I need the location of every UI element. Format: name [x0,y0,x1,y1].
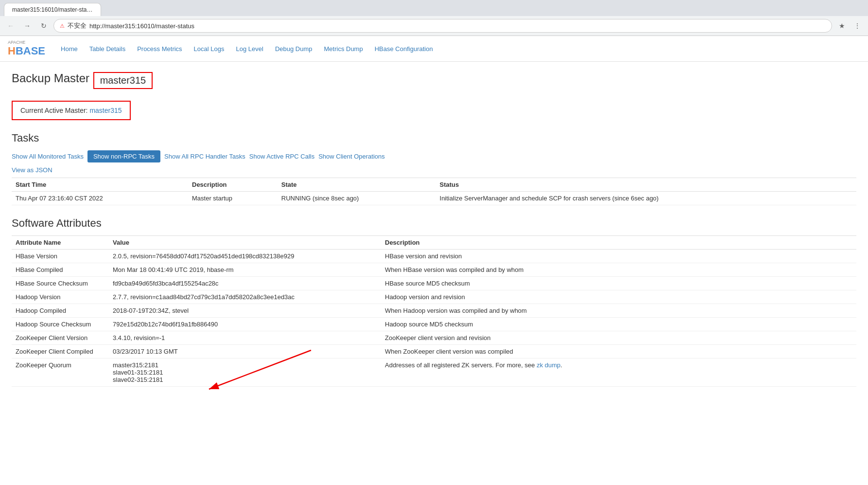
browser-tabs: master315:16010/master-status [0,0,868,16]
attr-name-1: HBase Compiled [12,263,109,277]
attr-value-8: master315:2181 slave01-315:2181 slave02-… [109,359,381,387]
software-attrs-table-head: Attribute Name Value Description [12,236,856,250]
software-attrs-header-row: Attribute Name Value Description [12,236,856,250]
back-button[interactable]: ← [4,19,17,33]
attr-value-2: fd9cba949d65fd3bca4df155254ac28c [109,277,381,290]
hbase-text: HBASE [8,45,45,57]
hbase-logo: APACHE HBASE [8,40,45,57]
attr-value-3: 2.7.7, revision=c1aad84bd27cd79c3d1a7dd5… [109,290,381,304]
attr-value-6: 3.4.10, revision=-1 [109,331,381,345]
page-content: Backup Master master315 Current Active M… [0,62,868,408]
show-active-rpc-calls-button[interactable]: Show Active RPC Calls [249,153,314,160]
table-row: Hadoop Source Checksum792e15d20b12c74bd6… [12,318,856,331]
tasks-col-status: Status [436,178,856,192]
hbase-base: BASE [16,45,45,57]
zk-dump-link[interactable]: zk dump [537,361,560,369]
tasks-buttons: Show All Monitored Tasks Show non-RPC Ta… [12,150,856,162]
active-master-box: Current Active Master: master315 [12,101,131,120]
toolbar-right: ★ ⋮ [835,19,864,33]
attr-name-4: Hadoop Compiled [12,304,109,318]
attr-name-3: Hadoop Version [12,290,109,304]
url-text: http://master315:16010/master-status [89,22,826,30]
tasks-section-title: Tasks [12,132,856,144]
security-label: 不安全 [68,21,87,30]
nav-metrics-dump[interactable]: Metrics Dump [324,45,363,53]
view-as-json-link[interactable]: View as JSON [12,166,856,174]
security-icon: ⚠ [60,23,65,29]
hbase-h: H [8,45,16,57]
table-row: Hadoop Version2.7.7, revision=c1aad84bd2… [12,290,856,304]
apache-label: APACHE [8,40,45,45]
attr-name-2: HBase Source Checksum [12,277,109,290]
software-attrs-table-body: HBase Version2.0.5, revision=76458dd074d… [12,250,856,387]
address-bar[interactable]: ⚠ 不安全 http://master315:16010/master-stat… [53,19,832,33]
browser-tab[interactable]: master315:16010/master-status [4,3,101,16]
table-row: HBase CompiledMon Mar 18 00:41:49 UTC 20… [12,263,856,277]
attr-desc-3: Hadoop version and revision [381,290,856,304]
table-row: Hadoop Compiled2018-07-19T20:34Z, stevel… [12,304,856,318]
table-row: Thu Apr 07 23:16:40 CST 2022 Master star… [12,192,856,205]
nav-local-logs[interactable]: Local Logs [194,45,225,53]
task-description: Master startup [188,192,278,205]
browser-chrome: master315:16010/master-status ← → ↻ ⚠ 不安… [0,0,868,36]
backup-master-section: Backup Master master315 Current Active M… [12,72,856,120]
software-attrs-title: Software Attributes [12,217,856,230]
tasks-section: Tasks Show All Monitored Tasks Show non-… [12,132,856,205]
attr-desc-5: Hadoop source MD5 checksum [381,318,856,331]
task-start-time: Thu Apr 07 23:16:40 CST 2022 [12,192,188,205]
show-non-rpc-tasks-button[interactable]: Show non-RPC Tasks [87,150,160,162]
table-row: HBase Source Checksumfd9cba949d65fd3bca4… [12,277,856,290]
tasks-col-description: Description [188,178,278,192]
nav-debug-dump[interactable]: Debug Dump [275,45,312,53]
attr-desc-7: When ZooKeeper client version was compil… [381,345,856,359]
show-all-monitored-tasks-button[interactable]: Show All Monitored Tasks [12,153,84,160]
active-master-link[interactable]: master315 [89,107,122,114]
tasks-table: Start Time Description State Status Thu … [12,178,856,205]
nav-log-level[interactable]: Log Level [236,45,263,53]
show-client-operations-button[interactable]: Show Client Operations [318,153,385,160]
backup-master-title: Backup Master [12,72,89,85]
table-row: ZooKeeper Client Version3.4.10, revision… [12,331,856,345]
tasks-col-state: State [278,178,436,192]
attr-value-1: Mon Mar 18 00:41:49 UTC 2019, hbase-rm [109,263,381,277]
software-attrs-section: Software Attributes Attribute Name Value… [12,217,856,387]
tasks-table-body: Thu Apr 07 23:16:40 CST 2022 Master star… [12,192,856,205]
show-all-rpc-handler-tasks-button[interactable]: Show All RPC Handler Tasks [164,153,245,160]
attr-value-7: 03/23/2017 10:13 GMT [109,345,381,359]
master-hostname-box: master315 [93,72,153,89]
attr-desc-2: HBase source MD5 checksum [381,277,856,290]
attr-name-6: ZooKeeper Client Version [12,331,109,345]
table-row: HBase Version2.0.5, revision=76458dd074d… [12,250,856,263]
reload-button[interactable]: ↻ [37,19,51,33]
attr-value-0: 2.0.5, revision=76458dd074df17520ad451de… [109,250,381,263]
attr-name-5: Hadoop Source Checksum [12,318,109,331]
attrs-col-name: Attribute Name [12,236,109,250]
attrs-col-value: Value [109,236,381,250]
tasks-header-row: Start Time Description State Status [12,178,856,192]
attr-name-0: HBase Version [12,250,109,263]
attr-desc-1: When HBase version was compiled and by w… [381,263,856,277]
nav-hbase-configuration[interactable]: HBase Configuration [375,45,433,53]
forward-button[interactable]: → [20,19,34,33]
attr-desc-6: ZooKeeper client version and revision [381,331,856,345]
nav-home[interactable]: Home [61,45,78,53]
nav-table-details[interactable]: Table Details [89,45,125,53]
software-attrs-table: Attribute Name Value Description HBase V… [12,235,856,387]
task-state: RUNNING (since 8sec ago) [278,192,436,205]
tasks-col-start-time: Start Time [12,178,188,192]
nav-process-metrics[interactable]: Process Metrics [137,45,182,53]
attr-desc-8: Addresses of all registered ZK servers. … [381,359,856,387]
attr-value-4: 2018-07-19T20:34Z, stevel [109,304,381,318]
attrs-col-desc: Description [381,236,856,250]
attr-desc-4: When Hadoop version was compiled and by … [381,304,856,318]
attr-name-8: ZooKeeper Quorum [12,359,109,387]
bookmark-button[interactable]: ★ [835,19,849,33]
table-row: ZooKeeper Quorummaster315:2181 slave01-3… [12,359,856,387]
hbase-nav: APACHE HBASE Home Table Details Process … [0,36,868,62]
tasks-table-head: Start Time Description State Status [12,178,856,192]
browser-toolbar: ← → ↻ ⚠ 不安全 http://master315:16010/maste… [0,16,868,36]
attr-desc-0: HBase version and revision [381,250,856,263]
attr-value-5: 792e15d20b12c74bd6f19a1fb886490 [109,318,381,331]
menu-button[interactable]: ⋮ [851,19,864,33]
active-master-label: Current Active Master: [20,107,88,114]
